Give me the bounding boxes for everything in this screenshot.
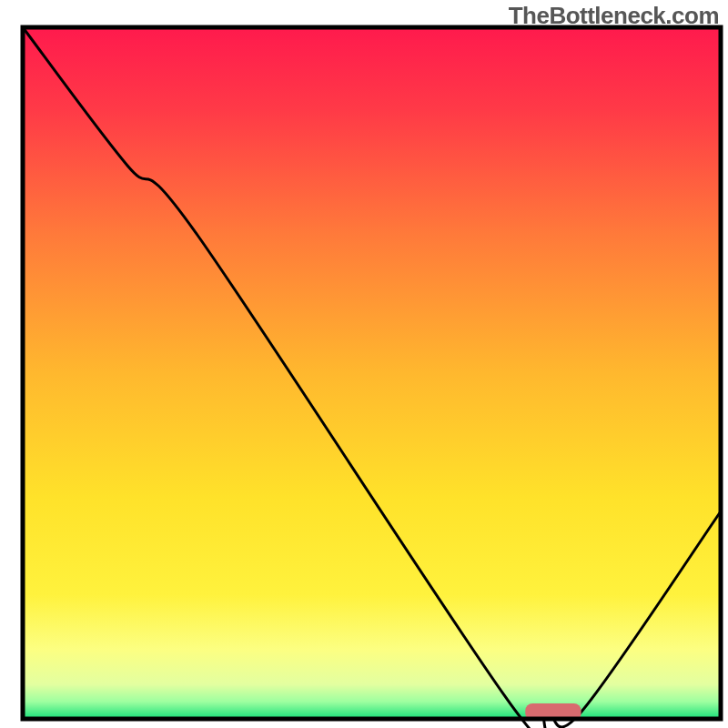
chart-canvas: TheBottleneck.com (0, 0, 728, 728)
chart-background (23, 27, 721, 719)
bottleneck-chart (0, 0, 728, 728)
